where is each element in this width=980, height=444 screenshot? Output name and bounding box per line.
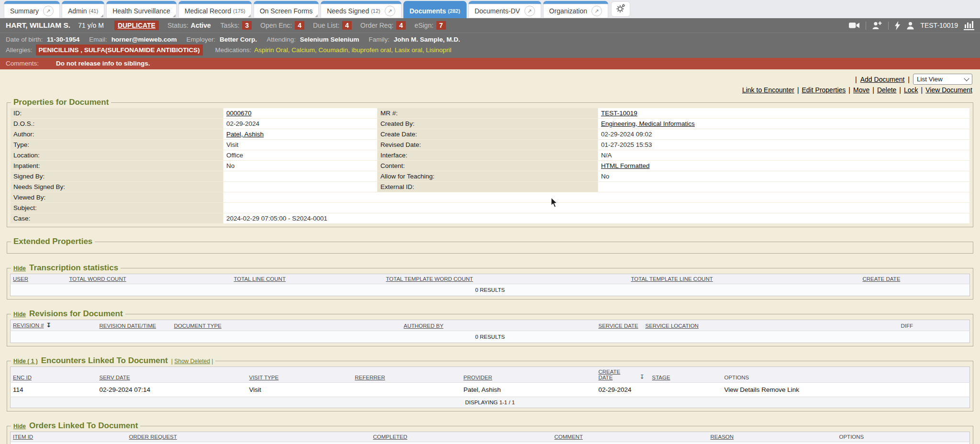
tab-documents[interactable]: Documents(282) <box>403 1 467 18</box>
properties-section: Properties for Document ID:0000670MR #:T… <box>7 98 973 227</box>
tab-medical-record[interactable]: Medical Record(175) <box>178 1 252 18</box>
col-header-reason[interactable]: REASON <box>708 432 837 442</box>
col-header-create-date[interactable]: CREATE DATE <box>596 367 637 383</box>
revisions-hide-link[interactable]: Hide <box>13 311 26 318</box>
allergies-badge[interactable]: PENICILLINS , SULFA(SULFONAMIDE ANTIBIOT… <box>36 44 203 56</box>
transcription-legend: Hide Transcription statistics <box>11 263 121 273</box>
sort-icon[interactable]: ↧ <box>637 367 650 383</box>
col-header-visit-type[interactable]: VISIT TYPE <box>247 367 353 383</box>
property-label: Inpatient: <box>11 161 223 171</box>
property-label: Interface: <box>378 150 598 160</box>
table-cell: View Details Remove Link <box>722 383 970 397</box>
action-view-document[interactable]: View Document <box>925 86 972 94</box>
sort-icon[interactable]: ↧ <box>46 322 51 329</box>
col-header-label: ITEM ID <box>13 434 33 440</box>
col-header-total-template-word-count[interactable]: TOTAL TEMPLATE WORD COUNT <box>384 274 629 284</box>
lightning-icon[interactable] <box>894 21 901 30</box>
orders-hide-link[interactable]: Hide <box>13 423 26 430</box>
col-header-authored-by[interactable]: AUTHORED BY <box>401 320 596 331</box>
action-delete[interactable]: Delete <box>877 86 896 94</box>
col-header-total-template-line-count[interactable]: TOTAL TEMPLATE LINE COUNT <box>629 274 860 284</box>
property-label: Revised Date: <box>378 140 598 150</box>
col-header-total-word-count[interactable]: TOTAL WORD COUNT <box>67 274 232 284</box>
property-link[interactable]: Patel, Ashish <box>226 131 264 138</box>
tab-documents-dv[interactable]: Documents-DV↗ <box>468 1 541 18</box>
demographics-line-1: Date of birth: 11-30-1954Email: horner@m… <box>6 34 974 44</box>
property-label: Subject: <box>11 203 223 213</box>
encounters-hide-link[interactable]: Hide ( 1 ) <box>13 358 38 365</box>
tab-label: Health Surveillance <box>112 7 170 15</box>
demographic-date-of-birth: Date of birth: 11-30-1954 <box>6 34 79 44</box>
action-link-to-encounter[interactable]: Link to Encounter <box>742 86 794 94</box>
col-header-enc-id[interactable]: ENC ID <box>11 367 97 383</box>
col-header-total-line-count[interactable]: TOTAL LINE COUNT <box>232 274 384 284</box>
tab-health-surveillance[interactable]: Health Surveillance <box>106 1 177 18</box>
col-header-item-id[interactable]: ITEM ID <box>11 432 127 442</box>
add-user-icon[interactable] <box>872 21 882 30</box>
counter-badge[interactable]: 4 <box>396 21 406 30</box>
col-header-revision-date-time[interactable]: REVISION DATE/TIME <box>97 320 172 331</box>
counter-badge[interactable]: 7 <box>436 21 446 30</box>
col-header-stage[interactable]: STAGE <box>650 367 722 383</box>
transcription-hide-link[interactable]: Hide <box>13 265 26 272</box>
action-lock[interactable]: Lock <box>904 86 918 94</box>
property-link[interactable]: TEST-10019 <box>601 110 637 117</box>
demographic-label: Family: <box>368 36 391 43</box>
property-value: Office <box>223 150 377 160</box>
col-header-provider[interactable]: PROVIDER <box>461 367 596 383</box>
counter-badge[interactable]: 3 <box>242 21 252 30</box>
col-header-order-request[interactable]: ORDER REQUEST <box>127 432 371 442</box>
col-header-service-location[interactable]: SERVICE LOCATION <box>643 320 899 331</box>
col-header-service-date[interactable]: SERVICE DATE <box>596 320 643 331</box>
property-value <box>223 192 969 202</box>
col-header-revision[interactable]: REVISION #↧ <box>11 320 97 331</box>
tab-needs-signed[interactable]: Needs Signed(12)↗ <box>321 1 401 18</box>
col-header-label: SERVICE LOCATION <box>646 323 699 329</box>
property-link[interactable]: Engineering, Medical Informatics <box>601 120 695 127</box>
col-header-referrer[interactable]: REFERRER <box>353 367 461 383</box>
col-header-document-type[interactable]: DOCUMENT TYPE <box>172 320 401 331</box>
add-document-link[interactable]: Add Document <box>860 76 905 83</box>
property-value: 02-29-2024 09:02 <box>598 129 969 139</box>
tab-bar: Summary↗Admin(41)Health SurveillanceMedi… <box>0 0 980 18</box>
popout-icon[interactable]: ↗ <box>385 6 395 16</box>
col-header-label: STAGE <box>652 375 670 380</box>
col-header-label: AUTHORED BY <box>404 323 444 329</box>
col-header-create-date[interactable]: CREATE DATE <box>860 274 970 284</box>
tab-summary[interactable]: Summary↗ <box>4 1 60 18</box>
popout-icon[interactable]: ↗ <box>43 6 54 16</box>
col-header-serv-date[interactable]: SERV DATE <box>97 367 247 383</box>
user-icon[interactable] <box>906 22 914 30</box>
action-move[interactable]: Move <box>853 86 869 94</box>
property-label: D.O.S.: <box>11 119 223 129</box>
video-camera-icon[interactable] <box>849 22 860 29</box>
property-link[interactable]: 0000670 <box>226 110 252 117</box>
counter-badge[interactable]: 4 <box>295 21 304 30</box>
popout-icon[interactable]: ↗ <box>591 6 602 16</box>
col-header-user[interactable]: USER <box>11 274 67 284</box>
tab-organization[interactable]: Organization↗ <box>543 1 608 18</box>
counter-badge[interactable]: 4 <box>342 21 352 30</box>
tab-on-screen-forms[interactable]: On Screen Forms <box>254 1 319 18</box>
tab-label: Summary <box>10 7 39 15</box>
allergies-label: Allergies: <box>6 45 33 55</box>
duplicate-flag-badge[interactable]: DUPLICATE <box>114 21 159 30</box>
action-edit-properties[interactable]: Edit Properties <box>802 86 846 94</box>
property-link[interactable]: HTML Formatted <box>601 162 650 169</box>
patient-name: HART, WILLIAM S. <box>6 21 70 30</box>
popout-icon[interactable]: ↗ <box>524 6 535 16</box>
property-value: 01-27-2025 15:53 <box>598 140 969 150</box>
tab-admin[interactable]: Admin(41) <box>62 1 104 18</box>
demographic-value: 11-30-1954 <box>47 36 79 43</box>
chart-icon[interactable] <box>964 21 974 30</box>
counter-label: Tasks: <box>221 22 240 29</box>
patient-header: HART, WILLIAM S. 71 y/o M DUPLICATE Stat… <box>0 18 980 33</box>
settings-tab[interactable] <box>611 1 630 17</box>
transcription-section: Hide Transcription statistics USERTOTAL … <box>7 263 973 300</box>
show-deleted-link[interactable]: Show Deleted <box>174 358 210 365</box>
empty-results-row: 0 RESULTS <box>11 284 970 296</box>
medications-list[interactable]: Aspirin Oral, Calcium, Coumadin, ibuprof… <box>254 45 451 55</box>
view-mode-select[interactable]: List View <box>913 74 972 85</box>
col-header-completed[interactable]: COMPLETED <box>371 432 552 442</box>
col-header-comment[interactable]: COMMENT <box>552 432 708 442</box>
